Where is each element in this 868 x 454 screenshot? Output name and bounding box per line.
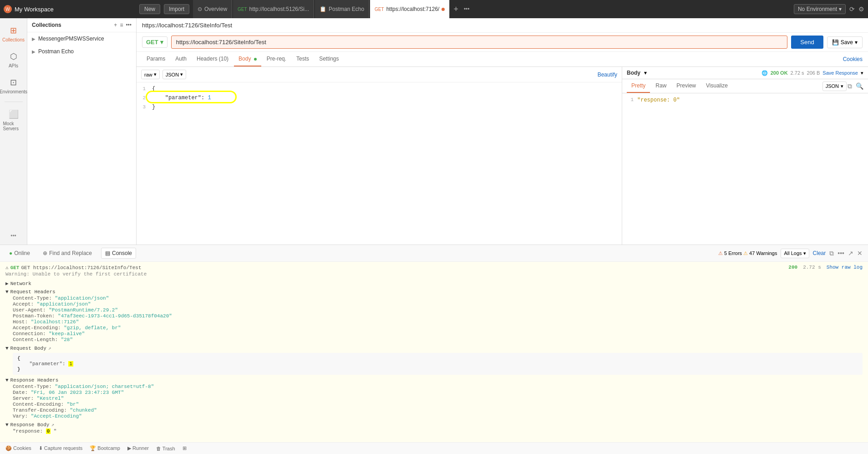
- error-icon: ⚠: [718, 250, 723, 256]
- resp-body-toggle[interactable]: ▼ Response Body ↗: [5, 422, 863, 428]
- beautify-button[interactable]: Beautify: [598, 71, 617, 78]
- sidebar-mock-label: Mock Servers: [3, 121, 24, 131]
- tab-overview[interactable]: ⊙ Overview: [193, 0, 232, 18]
- url-input[interactable]: [171, 36, 788, 49]
- send-button-main[interactable]: Send: [791, 36, 823, 49]
- req-headers-arrow-icon: ▼: [5, 289, 9, 295]
- tab-prereq[interactable]: Pre-req.: [262, 52, 291, 66]
- capture-requests-button[interactable]: ⬇ Capture requests: [39, 445, 82, 451]
- sidebar-item-apis[interactable]: ⬡ APIs: [1, 48, 26, 72]
- tab-method-get1: GET: [238, 7, 247, 12]
- line-content-2: "parameter": 1: [150, 94, 622, 103]
- header-key-host: Host:: [13, 319, 28, 325]
- header-accept: Accept: "application/json": [13, 301, 863, 307]
- response-line-1: 1 "response: 0": [626, 97, 864, 106]
- resp-tab-visualize[interactable]: Visualize: [701, 79, 732, 93]
- cookies-bottom-icon[interactable]: 🍪 Cookies: [5, 445, 31, 451]
- body-editor: raw ▾ JSON ▾ Beautify 1 { 2: [137, 67, 622, 245]
- resp-tab-pretty[interactable]: Pretty: [627, 79, 650, 93]
- resp-body-external-link-icon[interactable]: ↗: [51, 422, 54, 428]
- collection-item-messenger[interactable]: ▶ MessengerPMSWSService: [27, 32, 136, 45]
- new-button[interactable]: New: [139, 4, 160, 14]
- line-num-1: 1: [137, 85, 150, 94]
- console-right-meta: 200 2.72 s Show raw log: [788, 265, 863, 270]
- settings-icon[interactable]: ⚙: [858, 5, 864, 13]
- add-tab-button[interactable]: +: [451, 5, 461, 14]
- save-response-button[interactable]: Save Response: [822, 70, 858, 76]
- resp-body-label: Response Body: [10, 422, 50, 428]
- tab-settings[interactable]: Settings: [315, 52, 343, 66]
- tab-auth[interactable]: Auth: [171, 52, 191, 66]
- collection-item-postman[interactable]: ▶ Postman Echo: [27, 45, 136, 58]
- sidebar-item-environments[interactable]: ⊡ Environments: [1, 74, 26, 98]
- clear-button[interactable]: Clear: [813, 250, 826, 256]
- tab-localhost-test[interactable]: GET https://localhost:7126/: [370, 0, 450, 18]
- console-get-method: GET: [10, 265, 20, 270]
- expand-console-icon[interactable]: ↗: [848, 250, 853, 257]
- header-val-accept: "application/json": [37, 301, 91, 307]
- req-headers-label: Request Headers: [10, 289, 56, 295]
- collections-options-icon[interactable]: •••: [126, 22, 132, 28]
- tab-overview-label: Overview: [204, 6, 227, 12]
- close-console-icon[interactable]: ✕: [857, 250, 863, 257]
- resp-hkey-transfer: Transfer-Encoding:: [13, 408, 67, 413]
- resp-headers-label: Response Headers: [10, 377, 59, 383]
- network-section-toggle[interactable]: ▶ Network: [5, 281, 863, 286]
- network-arrow-icon: ▶: [5, 281, 9, 286]
- bootcamp-button[interactable]: 🏆 Bootcamp: [90, 445, 120, 451]
- console-request-url: GET https://localhost:7126/SiteInfo/Test: [21, 265, 141, 270]
- copy-icon[interactable]: ⧉: [848, 82, 852, 90]
- header-connection: Connection: "keep-alive": [13, 331, 863, 337]
- req-headers-toggle[interactable]: ▼ Request Headers: [5, 289, 863, 295]
- format-selector-json[interactable]: JSON ▾: [162, 70, 186, 79]
- logs-dropdown[interactable]: All Logs ▾: [781, 249, 809, 258]
- method-selector[interactable]: GET ▾: [142, 36, 168, 48]
- runner-button[interactable]: ▶ Runner: [127, 445, 149, 451]
- line-content-1: {: [150, 85, 622, 94]
- body-code-editor[interactable]: 1 { 2 "parameter": 1 3 }: [137, 82, 622, 245]
- req-body-toggle[interactable]: ▼ Request Body ↗: [5, 345, 863, 351]
- resp-headers-toggle[interactable]: ▼ Response Headers: [5, 377, 863, 383]
- cookies-button[interactable]: Cookies: [843, 56, 863, 62]
- sidebar-item-mock-servers[interactable]: ⬜ Mock Servers: [1, 106, 26, 135]
- req-body-external-link-icon[interactable]: ↗: [48, 345, 51, 351]
- environments-icon: ⊡: [10, 77, 17, 87]
- environment-selector[interactable]: No Environment ▾: [794, 4, 846, 14]
- format-selector-raw[interactable]: raw ▾: [141, 70, 160, 79]
- sidebar-item-collections[interactable]: ⊞ Collections: [1, 22, 26, 46]
- tab-tests[interactable]: Tests: [292, 52, 314, 66]
- header-key-accept-encoding: Accept-Encoding:: [13, 325, 61, 331]
- collections-add-icon[interactable]: +: [114, 22, 117, 28]
- console-tab-online[interactable]: ● Online: [5, 248, 34, 258]
- req-tab-right: Cookies: [843, 56, 863, 62]
- resp-tab-raw[interactable]: Raw: [651, 79, 671, 93]
- more-tabs-button[interactable]: •••: [462, 6, 472, 12]
- search-icon[interactable]: 🔍: [856, 82, 863, 90]
- more-icon[interactable]: •••: [10, 233, 16, 239]
- tab-localhost-sin[interactable]: GET http://localhost:5126/Si...: [233, 0, 314, 18]
- sync-icon[interactable]: ⟳: [849, 5, 855, 13]
- console-tab-console[interactable]: ▤ Console: [101, 248, 136, 259]
- workspace-label[interactable]: W My Workspace: [4, 5, 136, 13]
- console-tab-find-replace[interactable]: ⊕ Find and Replace: [39, 248, 96, 258]
- save-button[interactable]: 💾 Save ▾: [827, 36, 863, 48]
- resp-tab-preview[interactable]: Preview: [672, 79, 700, 93]
- tab-body[interactable]: Body: [234, 52, 261, 66]
- collections-list-icon[interactable]: ≡: [120, 22, 123, 28]
- misc-icon[interactable]: ⊞: [183, 445, 187, 451]
- trash-button[interactable]: 🗑 Trash: [156, 446, 175, 451]
- response-format-selector[interactable]: JSON ▾: [822, 82, 847, 91]
- response-panel: Body ▾ 🌐 200 OK 2.72 s 206 B Save Respon…: [622, 67, 868, 245]
- body-response-area: raw ▾ JSON ▾ Beautify 1 { 2: [137, 67, 868, 245]
- resp-header-server: Server: "Kestrel": [13, 396, 863, 401]
- header-val-content-length: "28": [61, 337, 73, 342]
- tab-postman-echo[interactable]: 📋 Postman Echo: [315, 0, 369, 18]
- show-raw-log-button[interactable]: Show raw log: [827, 265, 863, 270]
- import-button[interactable]: Import: [164, 4, 189, 14]
- header-postman-token: Postman-Token: "47af3eec-1973-4cc1-9d65-…: [13, 313, 863, 319]
- more-console-icon[interactable]: •••: [838, 250, 844, 257]
- request-body-section: ▼ Request Body ↗ { "parameter": 1 }: [5, 345, 863, 375]
- tab-headers[interactable]: Headers (10): [192, 52, 233, 66]
- tab-params[interactable]: Params: [142, 52, 170, 66]
- copy-console-icon[interactable]: ⧉: [829, 250, 834, 257]
